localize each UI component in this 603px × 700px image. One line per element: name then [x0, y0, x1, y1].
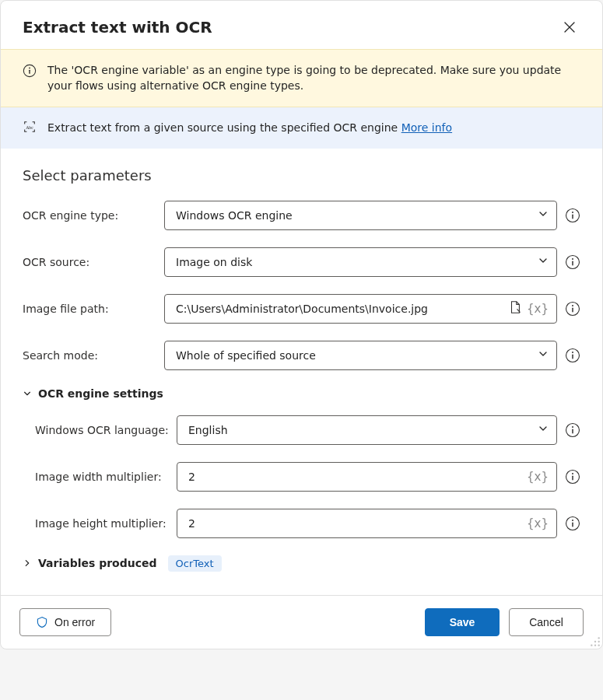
svg-point-20	[572, 473, 573, 474]
variable-token-icon[interactable]: {x}	[527, 470, 549, 484]
on-error-button[interactable]: On error	[19, 608, 111, 636]
help-icon[interactable]	[565, 516, 580, 531]
select-ocr-source[interactable]: Image on disk	[164, 247, 557, 277]
description-text: Extract text from a given source using t…	[47, 121, 452, 134]
svg-rect-12	[572, 307, 573, 312]
field-ocr-source: OCR source: Image on disk	[23, 247, 580, 277]
dialog-header: Extract text with OCR	[1, 1, 602, 49]
svg-point-27	[598, 640, 600, 642]
variable-token-icon[interactable]: {x}	[527, 516, 549, 530]
svg-point-8	[572, 258, 573, 260]
help-icon[interactable]	[565, 348, 580, 363]
svg-point-29	[594, 644, 596, 646]
select-ocr-language[interactable]: English	[177, 415, 557, 445]
select-search-mode[interactable]: Whole of specified source	[164, 341, 557, 370]
help-icon[interactable]	[565, 469, 580, 485]
height-multiplier-text[interactable]	[188, 517, 522, 530]
chevron-down-icon	[538, 208, 549, 222]
save-button[interactable]: Save	[425, 608, 500, 636]
shield-icon	[36, 616, 48, 628]
select-ocr-engine-type[interactable]: Windows OCR engine	[164, 201, 557, 230]
svg-rect-15	[572, 354, 573, 359]
help-icon[interactable]	[565, 254, 580, 270]
svg-rect-21	[572, 475, 573, 480]
section-title: Select parameters	[23, 167, 580, 184]
ocr-dialog: Extract text with OCR The 'OCR engine va…	[0, 0, 603, 649]
svg-point-14	[572, 352, 573, 353]
field-height-multiplier: Image height multiplier: {x}	[23, 509, 580, 538]
svg-rect-2	[29, 70, 30, 74]
svg-point-26	[594, 640, 596, 642]
variable-chip[interactable]: OcrText	[168, 555, 222, 572]
label-ocr-language: Windows OCR language:	[23, 424, 169, 436]
field-width-multiplier: Image width multiplier: {x}	[23, 462, 580, 492]
chevron-down-icon	[538, 348, 549, 362]
close-icon	[564, 22, 575, 33]
label-ocr-source: OCR source:	[23, 256, 156, 268]
file-picker-icon[interactable]	[508, 300, 522, 317]
warning-text: The 'OCR engine variable' as an engine t…	[47, 62, 580, 94]
variable-token-icon[interactable]: {x}	[527, 302, 549, 316]
more-info-link[interactable]: More info	[401, 121, 452, 134]
svg-point-17	[572, 426, 573, 428]
label-height-multiplier: Image height multiplier:	[23, 517, 169, 530]
svg-point-28	[591, 644, 592, 646]
input-height-multiplier[interactable]: {x}	[177, 509, 557, 538]
field-ocr-language: Windows OCR language: English	[23, 415, 580, 445]
cancel-button[interactable]: Cancel	[509, 608, 584, 636]
label-search-mode: Search mode:	[23, 349, 156, 362]
field-image-file-path: Image file path: {x}	[23, 294, 580, 324]
svg-rect-9	[572, 261, 573, 265]
label-image-file-path: Image file path:	[23, 303, 156, 315]
help-icon[interactable]	[565, 422, 580, 438]
input-image-file-path[interactable]: {x}	[164, 294, 557, 324]
field-ocr-engine-type: OCR engine type: Windows OCR engine	[23, 201, 580, 230]
chevron-down-icon	[23, 389, 32, 398]
svg-point-30	[598, 644, 600, 646]
chevron-down-icon	[538, 423, 549, 436]
svg-point-23	[572, 520, 573, 521]
svg-rect-6	[572, 214, 573, 219]
svg-point-1	[29, 68, 30, 69]
svg-rect-18	[572, 429, 573, 433]
dialog-body: Select parameters OCR engine type: Windo…	[1, 149, 602, 578]
svg-point-11	[572, 305, 573, 306]
field-search-mode: Search mode: Whole of specified source	[23, 341, 580, 370]
svg-point-25	[598, 637, 600, 639]
input-width-multiplier[interactable]: {x}	[177, 462, 557, 492]
ocr-engine-settings-header[interactable]: OCR engine settings	[23, 387, 580, 400]
chevron-down-icon	[538, 255, 549, 268]
description-banner: Abc Extract text from a given source usi…	[1, 107, 602, 149]
info-icon	[23, 64, 37, 80]
help-icon[interactable]	[565, 301, 580, 317]
chevron-right-icon	[23, 558, 32, 568]
variables-produced-header[interactable]: Variables produced OcrText	[23, 555, 580, 572]
svg-rect-24	[572, 522, 573, 527]
svg-text:Abc: Abc	[26, 124, 33, 129]
help-icon[interactable]	[565, 208, 580, 223]
label-width-multiplier: Image width multiplier:	[23, 471, 169, 483]
svg-point-5	[572, 212, 573, 213]
dialog-footer: On error Save Cancel	[1, 595, 602, 649]
dialog-title: Extract text with OCR	[23, 18, 212, 37]
deprecation-warning-banner: The 'OCR engine variable' as an engine t…	[1, 49, 602, 107]
label-ocr-engine-type: OCR engine type:	[23, 209, 156, 222]
close-button[interactable]	[559, 16, 580, 38]
width-multiplier-text[interactable]	[188, 471, 522, 483]
resize-grip-icon[interactable]	[590, 636, 601, 647]
image-file-path-text[interactable]	[176, 303, 503, 315]
ocr-icon: Abc	[23, 120, 37, 136]
